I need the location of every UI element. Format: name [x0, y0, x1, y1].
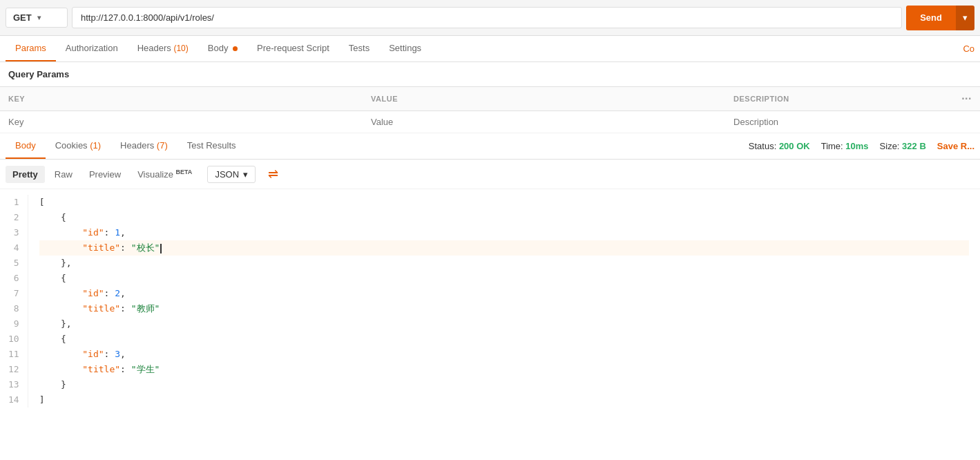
status-value: 200 OK: [779, 141, 810, 151]
col-header-value: VALUE: [363, 87, 725, 111]
line-num-2: 2: [8, 210, 19, 225]
query-params-section: Query Params KEY VALUE DESCRIPTION ···: [0, 62, 980, 133]
send-arrow-icon: ▾: [963, 12, 968, 23]
code-line-3: "id": 1,: [39, 225, 969, 240]
send-button[interactable]: Send: [906, 6, 956, 30]
response-tabs-bar: Body Cookies (1) Headers (7) Test Result…: [0, 133, 980, 160]
method-label: GET: [13, 12, 32, 23]
code-line-6: {: [39, 271, 969, 286]
response-tab-test-results[interactable]: Test Results: [177, 133, 246, 159]
code-line-4: "title": "校长": [39, 240, 969, 256]
time-label: Time: 10ms: [821, 141, 869, 151]
param-value-input[interactable]: [371, 117, 717, 127]
param-desc-input[interactable]: [733, 117, 942, 127]
response-status-bar: Status: 200 OK Time: 10ms Size: 322 B Sa…: [749, 135, 974, 157]
format-tab-visualize[interactable]: Visualize BETA: [131, 165, 199, 183]
tab-authorization[interactable]: Authorization: [56, 36, 128, 61]
tab-headers[interactable]: Headers (10): [128, 36, 198, 61]
line-num-8: 8: [8, 301, 19, 316]
line-num-13: 13: [8, 377, 19, 392]
wrap-icon: ⇌: [268, 167, 278, 181]
param-value-input-cell: [363, 111, 725, 133]
code-line-7: "id": 2,: [39, 286, 969, 301]
size-label: Size: 322 B: [880, 141, 926, 151]
code-area: 1 2 3 4 5 6 7 8 9 10 11 12 13 14 [ { "id…: [0, 189, 980, 413]
tab-pre-request[interactable]: Pre-request Script: [247, 36, 339, 61]
code-content: [ { "id": 1, "title": "校长" }, { "id": 2,…: [28, 195, 980, 408]
param-row-empty: [0, 111, 980, 133]
code-line-5: },: [39, 256, 969, 271]
send-dropdown-button[interactable]: ▾: [956, 6, 974, 30]
code-line-12: "title": "学生": [39, 362, 969, 377]
code-line-14: ]: [39, 392, 969, 408]
code-line-2: {: [39, 210, 969, 225]
more-options-icon[interactable]: ···: [961, 93, 972, 104]
time-value: 10ms: [845, 141, 868, 151]
json-format-select[interactable]: JSON ▾: [207, 166, 256, 183]
line-num-3: 3: [8, 225, 19, 240]
line-num-9: 9: [8, 316, 19, 332]
format-tab-preview[interactable]: Preview: [82, 166, 128, 183]
param-row-actions: [950, 111, 980, 133]
request-tabs: Params Authorization Headers (10) Body P…: [0, 36, 980, 62]
params-table: KEY VALUE DESCRIPTION ···: [0, 86, 980, 133]
tab-settings[interactable]: Settings: [379, 36, 431, 61]
line-num-4: 4: [8, 240, 19, 256]
line-num-10: 10: [8, 332, 19, 347]
size-value: 322 B: [902, 141, 926, 151]
format-tab-raw[interactable]: Raw: [48, 166, 79, 183]
line-num-11: 11: [8, 347, 19, 362]
json-format-chevron-icon: ▾: [243, 169, 248, 180]
save-response-button[interactable]: Save R...: [937, 141, 974, 151]
param-key-input-cell: [0, 111, 363, 133]
json-format-label: JSON: [215, 169, 239, 180]
line-numbers: 1 2 3 4 5 6 7 8 9 10 11 12 13 14: [0, 195, 28, 408]
body-dot-icon: [233, 46, 238, 51]
response-tab-headers[interactable]: Headers (7): [111, 133, 177, 159]
top-bar: GET ▾ Send ▾: [0, 0, 980, 36]
code-line-9: },: [39, 316, 969, 332]
col-header-desc: DESCRIPTION: [725, 87, 950, 111]
col-header-key: KEY: [0, 87, 363, 111]
query-params-title: Query Params: [0, 62, 980, 86]
tab-right-label: Co: [963, 37, 974, 61]
send-button-group: Send ▾: [906, 6, 974, 30]
line-num-1: 1: [8, 195, 19, 210]
tab-body[interactable]: Body: [198, 36, 247, 61]
format-bar: Pretty Raw Preview Visualize BETA JSON ▾…: [0, 160, 980, 189]
code-line-8: "title": "教师": [39, 301, 969, 316]
tab-tests[interactable]: Tests: [339, 36, 379, 61]
line-num-6: 6: [8, 271, 19, 286]
response-tab-body[interactable]: Body: [6, 133, 46, 159]
code-line-10: {: [39, 332, 969, 347]
line-num-5: 5: [8, 256, 19, 271]
method-select[interactable]: GET ▾: [6, 8, 68, 28]
beta-badge: BETA: [176, 169, 193, 175]
code-line-13: }: [39, 377, 969, 392]
line-num-12: 12: [8, 362, 19, 377]
response-tab-cookies[interactable]: Cookies (1): [46, 133, 111, 159]
format-tab-pretty[interactable]: Pretty: [6, 166, 45, 183]
url-input[interactable]: [72, 7, 902, 28]
col-header-actions: ···: [950, 87, 980, 111]
line-num-14: 14: [8, 392, 19, 408]
wrap-button[interactable]: ⇌: [262, 164, 284, 184]
code-line-1: [: [39, 195, 969, 210]
param-key-input[interactable]: [8, 117, 354, 127]
code-line-11: "id": 3,: [39, 347, 969, 362]
method-chevron-icon: ▾: [37, 14, 41, 21]
param-desc-input-cell: [725, 111, 950, 133]
tab-params[interactable]: Params: [6, 36, 56, 61]
status-label: Status: 200 OK: [749, 141, 810, 151]
line-num-7: 7: [8, 286, 19, 301]
